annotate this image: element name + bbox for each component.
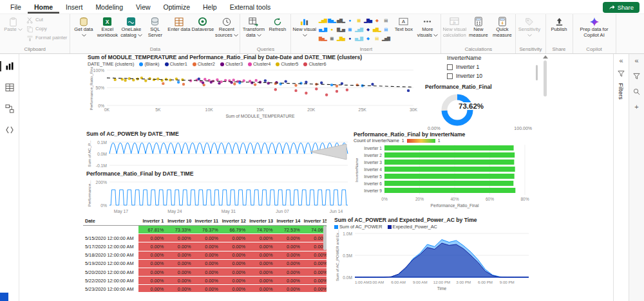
column-header[interactable]: Date: [83, 217, 138, 226]
expand-pane-icon[interactable]: «: [619, 57, 623, 64]
visual-type-icon[interactable]: ▂▅▇: [354, 25, 363, 33]
visual-type-icon[interactable]: ▅▇▂: [372, 25, 381, 33]
new-visual-button[interactable]: New visual: [292, 15, 316, 38]
legend-dot: [248, 62, 252, 66]
publish-button[interactable]: Publish: [547, 15, 571, 33]
ribbon-group-label: Queries: [242, 46, 289, 53]
table-scrollbar[interactable]: [323, 226, 327, 250]
visual-type-icon[interactable]: ▦: [345, 25, 354, 33]
visual-type-icon[interactable]: ▤: [381, 25, 390, 33]
visual-type-icon[interactable]: ◆: [363, 34, 372, 42]
area-chart-visual[interactable]: Sum of AC_POWER and Expected_Power_AC by…: [334, 217, 540, 292]
menu-tab-optimize[interactable]: Optimize: [157, 0, 196, 14]
column-header[interactable]: Inverter 15: [302, 217, 327, 226]
refresh-button[interactable]: Refresh: [265, 15, 289, 33]
column-header[interactable]: Inverter 1: [138, 217, 166, 226]
column-header[interactable]: Inverter 10: [166, 217, 193, 226]
onelake-catalog-button[interactable]: OneLake catalog: [119, 15, 143, 38]
column-header[interactable]: Inverter 11: [193, 217, 220, 226]
visual-type-icon[interactable]: ▦: [354, 16, 363, 24]
filters-rail-icon[interactable]: [633, 73, 640, 80]
menu-tab-home[interactable]: Home: [28, 0, 59, 14]
visual-type-icon[interactable]: ▇▅▂: [318, 34, 327, 42]
visual-type-icon[interactable]: ▂▅▇: [381, 34, 390, 42]
report-view-button[interactable]: [3, 59, 17, 73]
search-rail-icon[interactable]: [633, 88, 640, 95]
table-row[interactable]: 5/18/2020 12:00:00 AM0.00%0.00%0.00%0.00…: [83, 251, 327, 259]
funnel-icon[interactable]: [618, 70, 625, 77]
bar-chart-visual[interactable]: Performance_Ratio_Final by InverterName …: [354, 131, 540, 217]
visual-type-icon[interactable]: ▅▇▂: [336, 16, 345, 24]
matrix-table-visual[interactable]: DateInverter 1Inverter 10Inverter 11Inve…: [83, 217, 327, 292]
visual-type-icon[interactable]: ▤: [381, 16, 390, 24]
matrix-table[interactable]: DateInverter 1Inverter 10Inverter 11Inve…: [83, 217, 327, 292]
prep-data-for-copilot-ai-button[interactable]: Prep data for Copilot AI: [574, 15, 614, 38]
menu-tab-help[interactable]: Help: [196, 0, 223, 14]
visual-type-icon[interactable]: ▂▅▇: [318, 16, 327, 24]
scrollbar-thumb[interactable]: [544, 60, 547, 96]
menu-tab-insert[interactable]: Insert: [59, 0, 89, 14]
checkbox-icon[interactable]: [447, 73, 453, 79]
more-visuals-button[interactable]: More visuals: [415, 15, 439, 38]
legend-item: Expected_Power_AC: [388, 224, 437, 230]
table-row[interactable]: 5/23/2020 12:00:00 AM0.00%0.00%0.00%0.00…: [83, 285, 327, 292]
slicer-scrollbar[interactable]: [536, 65, 538, 80]
transform-data-button[interactable]: Transform data: [242, 15, 265, 38]
recent-sources-button[interactable]: Recent sources: [214, 15, 238, 38]
menu-tab-file[interactable]: File: [4, 0, 28, 14]
column-header[interactable]: Inverter 12: [220, 217, 247, 226]
menu-tab-external-tools[interactable]: External tools: [223, 0, 278, 14]
share-button[interactable]: Share: [603, 2, 639, 13]
table-row[interactable]: 5/19/2020 12:00:00 AM0.00%0.00%0.00%0.00…: [83, 259, 327, 268]
get-data-button[interactable]: Get data: [71, 15, 95, 38]
canvas-scrollbar[interactable]: [542, 54, 548, 291]
scatter-visual[interactable]: Sum of MODULE_TEMPERATURE and Performanc…: [88, 54, 429, 127]
table-row[interactable]: 67.81%73.33%76.37%66.79%74.70%72.53%74.0…: [83, 226, 327, 234]
copilot-icon: [589, 16, 600, 27]
column-header[interactable]: Inverter 14: [274, 217, 301, 226]
visual-type-icon[interactable]: ▂▇▅: [336, 34, 345, 42]
sql-server-button[interactable]: SQL Server: [143, 15, 167, 38]
collapse-pane-icon[interactable]: «: [634, 57, 638, 64]
new-measure-button[interactable]: New measure: [466, 15, 490, 38]
slicer-visual[interactable]: InverterName Inverter 1Inverter 10: [447, 55, 538, 84]
enter-data-button[interactable]: Enter data: [167, 15, 191, 33]
table-row[interactable]: 5/17/2020 12:00:00 AM0.00%0.00%0.00%0.00…: [83, 242, 327, 251]
value-cell: 0.00%: [193, 277, 220, 285]
visual-type-icon[interactable]: ◆: [363, 25, 372, 33]
visual-type-icon[interactable]: ●: [345, 16, 354, 24]
filters-pane-title[interactable]: Filters: [618, 83, 625, 100]
visual-type-icon[interactable]: ▇▂▅: [336, 25, 345, 33]
table-view-button[interactable]: [3, 80, 17, 95]
excel-workbook-button[interactable]: XExcel workbook: [95, 15, 119, 38]
report-canvas[interactable]: Sum of MODULE_TEMPERATURE and Performanc…: [19, 54, 613, 301]
slicer-item-inverter-10[interactable]: Inverter 10: [447, 71, 538, 80]
menu-tab-modeling[interactable]: Modeling: [89, 0, 129, 14]
visual-type-icon[interactable]: ●: [345, 34, 354, 42]
visual-type-icon[interactable]: ▤: [372, 34, 381, 42]
add-pane-icon[interactable]: +: [634, 104, 638, 111]
visual-type-icon[interactable]: ▇▅▂: [327, 16, 336, 24]
model-view-button[interactable]: [3, 102, 17, 116]
table-row[interactable]: 5/20/2020 12:00:00 AM0.00%0.00%0.00%0.00…: [83, 268, 327, 276]
visual-type-icon[interactable]: ◆: [372, 16, 381, 24]
performance-ratio-line-visual[interactable]: Performance_Ratio_Final by DATE_TIME 200…: [86, 170, 353, 217]
quick-measure-button[interactable]: Quick measure: [490, 15, 514, 38]
checkbox-icon[interactable]: [447, 64, 453, 70]
visual-type-icon[interactable]: ▅▂▇: [318, 25, 327, 33]
table-row[interactable]: 5/15/2020 12:00:00 AM0.00%0.00%0.00%0.00…: [83, 234, 327, 242]
visual-type-icon[interactable]: ●: [327, 25, 336, 33]
dataverse-button[interactable]: Dataverse: [191, 15, 214, 33]
column-header[interactable]: Inverter 13: [247, 217, 274, 226]
visual-type-icon[interactable]: ▅▂▇: [354, 34, 363, 42]
legend-item: Cluster4: [248, 61, 270, 67]
slicer-item-inverter-1[interactable]: Inverter 1: [447, 62, 538, 71]
visual-type-icon[interactable]: ▦: [327, 34, 336, 42]
table-row[interactable]: 5/22/2020 12:00:00 AM0.00%0.00%0.00%0.00…: [83, 277, 327, 285]
text-box-button[interactable]: AText box: [392, 15, 415, 33]
dax-query-view-button[interactable]: [3, 123, 17, 137]
menu-tab-view[interactable]: View: [129, 0, 157, 14]
scroll-up-icon[interactable]: [543, 55, 548, 59]
gauge-visual[interactable]: Performance_Ratio_Final 73.62% 0.00% 100…: [425, 84, 538, 132]
visual-type-icon[interactable]: ▂▇▅: [363, 16, 372, 24]
